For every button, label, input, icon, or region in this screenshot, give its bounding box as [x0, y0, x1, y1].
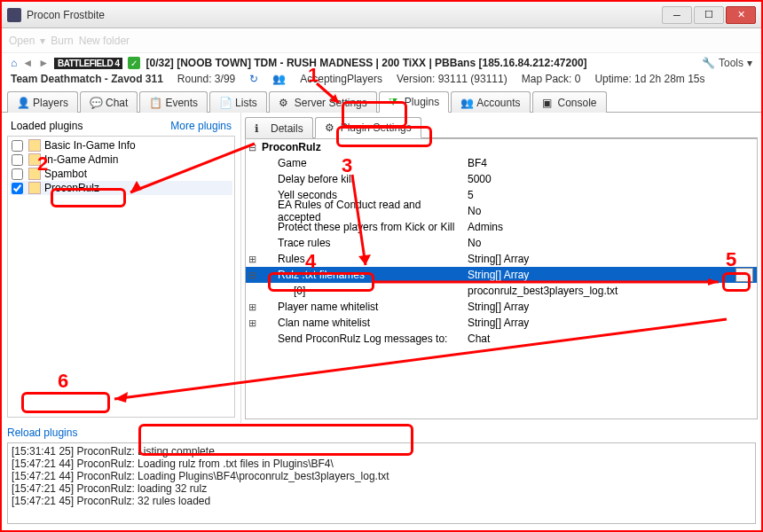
status-check-icon: ✓	[128, 57, 140, 69]
tab-plugins[interactable]: ⧩Plugins	[379, 91, 449, 113]
list-item[interactable]: Basic In-Game Info	[10, 138, 232, 153]
loaded-plugins-header: Loaded plugins	[11, 120, 83, 132]
chat-icon: 💬	[90, 97, 102, 109]
plugin-item-icon	[28, 182, 41, 194]
window-titlebar: Procon Frostbite ─ ☐ ✕	[2, 2, 761, 28]
tab-accounts[interactable]: 👥Accounts	[451, 91, 530, 113]
gear-icon: ⚙	[279, 97, 291, 109]
subtab-plugin-settings[interactable]: ⚙Plugin Settings	[315, 117, 421, 138]
grid-row-selected[interactable]: ⊟Rulz .txt filenamesString[] Array…	[246, 267, 757, 283]
home-icon[interactable]: ⌂	[11, 57, 17, 69]
minimize-button[interactable]: ─	[662, 6, 692, 24]
nav-back-icon[interactable]: ◄	[22, 57, 33, 69]
window-title: Procon Frostbite	[27, 9, 662, 21]
accounts-icon: 👥	[460, 97, 473, 109]
chevron-down-icon: ▾	[747, 57, 752, 69]
grid-row[interactable]: Delay before kill5000	[246, 171, 757, 187]
console-icon: ▣	[542, 97, 555, 109]
plugin-checkbox[interactable]	[12, 168, 23, 180]
players-icon: 👥	[272, 73, 286, 85]
people-icon: 👤	[17, 97, 29, 109]
list-item[interactable]: Spambot	[10, 167, 232, 181]
plugin-checkbox[interactable]	[12, 183, 23, 194]
server-name: [0/32] [NOOB TOWN] TDM - RUSH MADNESS | …	[146, 57, 586, 69]
background-toolbar: Open ▾ Burn New folder	[2, 28, 761, 53]
plugin-item-icon	[28, 168, 41, 180]
tab-lists[interactable]: 📄Lists	[209, 91, 267, 113]
plugin-checkbox[interactable]	[12, 140, 23, 152]
console-line: [15:47:21 44] ProconRulz: Loading Plugin…	[12, 470, 751, 482]
reload-plugins-link[interactable]: Reload plugins	[7, 426, 77, 439]
server-state: AcceptingPlayers	[300, 73, 382, 85]
plugin-checkbox[interactable]	[12, 154, 23, 166]
server-header: ⌂ ◄ ► BATTLEFIELD 4 ✓ [0/32] [NOOB TOWN]…	[2, 53, 761, 71]
round-counter: Round: 3/99	[177, 73, 235, 85]
close-button[interactable]: ✕	[726, 6, 756, 24]
settings-grid: ⊟ProconRulz GameBF4 Delay before kill500…	[245, 138, 758, 419]
lists-icon: 📄	[219, 97, 232, 109]
grid-row[interactable]: ⊞Player name whitelistString[] Array	[246, 299, 757, 315]
grid-row[interactable]: ⊞Clan name whitelistString[] Array	[246, 315, 757, 331]
status-bar: Team Deathmatch - Zavod 311 Round: 3/99 …	[2, 71, 761, 90]
list-item[interactable]: ProconRulz	[10, 181, 232, 195]
maximize-button[interactable]: ☐	[694, 6, 724, 24]
grid-row[interactable]: [0]proconrulz_best3players_log.txt	[246, 283, 757, 299]
tab-chat[interactable]: 💬Chat	[80, 91, 138, 113]
plugin-subtabs: ℹDetails ⚙Plugin Settings	[245, 116, 758, 138]
plugin-icon: ⧩	[389, 96, 401, 108]
grid-row[interactable]: EA Rules of Conduct read and acceptedNo	[246, 203, 757, 219]
console-line: [15:47:21 45] ProconRulz: 32 rules loade…	[12, 495, 751, 507]
map-name: Team Deathmatch - Zavod 311	[11, 73, 163, 85]
grid-row[interactable]: Send ProconRulz Log messages to:Chat	[246, 331, 757, 347]
game-logo: BATTLEFIELD 4	[54, 58, 122, 69]
nav-fwd-icon[interactable]: ►	[38, 57, 49, 69]
uptime-label: Uptime: 1d 2h 28m 15s	[594, 73, 704, 85]
main-tabstrip: 👤Players 💬Chat 📋Events 📄Lists ⚙Server Se…	[2, 90, 761, 113]
mappack-label: Map Pack: 0	[522, 73, 581, 85]
plugin-item-icon	[28, 139, 41, 152]
grid-row[interactable]: ⊞RulesString[] Array	[246, 251, 757, 267]
tab-players[interactable]: 👤Players	[7, 91, 78, 113]
app-icon	[7, 8, 21, 22]
grid-row[interactable]: Trace rulesNo	[246, 235, 757, 251]
grid-row[interactable]: Protect these players from Kick or KillA…	[246, 219, 757, 235]
console-line: [15:31:41 25] ProconRulz: Listing comple…	[12, 445, 751, 458]
gear-icon: ⚙	[325, 121, 337, 134]
refresh-icon[interactable]: ↻	[249, 73, 258, 85]
plugin-item-icon	[28, 153, 41, 166]
more-plugins-link[interactable]: More plugins	[170, 120, 232, 132]
grid-category[interactable]: ⊟ProconRulz	[246, 139, 757, 155]
tab-server-settings[interactable]: ⚙Server Settings	[269, 91, 377, 113]
ellipsis-button[interactable]: …	[735, 268, 753, 282]
wrench-icon: 🔧	[702, 57, 715, 69]
tab-console[interactable]: ▣Console	[532, 91, 607, 113]
output-console[interactable]: [15:31:41 25] ProconRulz: Listing comple…	[7, 442, 756, 524]
list-item[interactable]: In-Game Admin	[10, 153, 232, 167]
console-line: [15:47:21 44] ProconRulz: Loading rulz f…	[12, 458, 751, 470]
grid-row[interactable]: GameBF4	[246, 155, 757, 171]
tools-menu[interactable]: 🔧 Tools ▾	[702, 57, 752, 69]
events-icon: 📋	[149, 97, 161, 109]
subtab-details[interactable]: ℹDetails	[245, 117, 313, 138]
info-icon: ℹ	[255, 122, 267, 135]
tab-events[interactable]: 📋Events	[139, 91, 208, 113]
version-label: Version: 93111 (93111)	[397, 73, 507, 85]
plugin-list: Basic In-Game Info In-Game Admin Spambot…	[7, 136, 235, 418]
console-line: [15:47:21 45] ProconRulz: loading 32 rul…	[12, 482, 751, 495]
